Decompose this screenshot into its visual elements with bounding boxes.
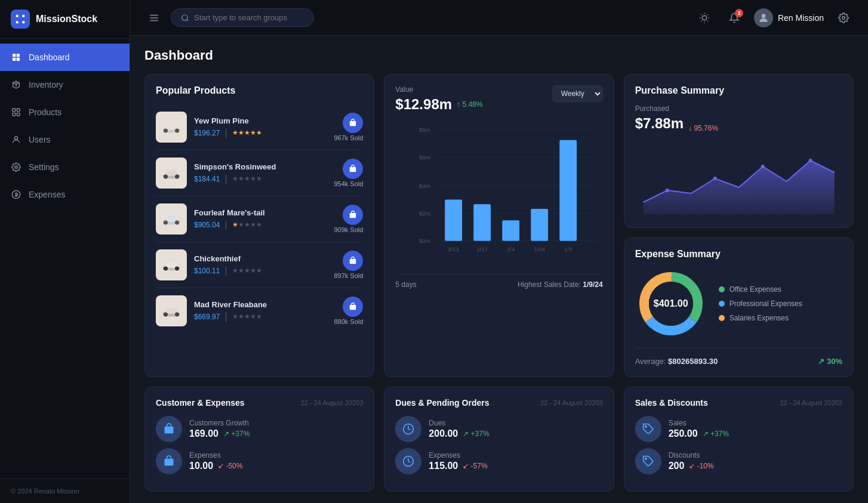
dues-card-header: Dues & Pending Orders 22 - 24 August 202… <box>395 398 602 408</box>
popular-products-title: Popular Products <box>156 85 363 96</box>
sidebar-label-expenses: Expenses <box>29 190 65 199</box>
sidebar-item-products[interactable]: Products <box>0 98 130 126</box>
svg-point-71 <box>665 189 669 192</box>
dues-expenses-icon <box>395 448 421 474</box>
product-price: $905.04 <box>194 221 220 229</box>
svg-rect-5 <box>17 54 20 57</box>
main-area: 3 Ren Mission Dashboard Popular Products <box>130 0 868 503</box>
svg-rect-61 <box>445 200 463 241</box>
product-thumb <box>156 295 187 326</box>
sales-trend: ↑ 5.48% <box>457 100 482 109</box>
product-info: Chickenthief $100.11 | ★★★★★ <box>194 254 327 276</box>
customer-card-date: 22 - 24 August 20203 <box>301 399 364 406</box>
product-item[interactable]: Mad River Fleabane $669.97 | ★★★★★ <box>156 288 363 334</box>
product-item[interactable]: Fourleaf Mare's-tail $905.04 | ★★★★★ <box>156 196 363 242</box>
sold-info: 897k Sold <box>334 251 363 279</box>
discounts-value: 200 <box>669 461 685 471</box>
chart-days: 5 days <box>395 280 416 289</box>
donut-section: $401.00 Office Expenses Professional Exp… <box>635 268 842 340</box>
product-price: $196.27 <box>194 129 220 137</box>
search-icon <box>181 14 189 22</box>
user-menu[interactable]: Ren Mission <box>754 8 824 27</box>
expenses-trend: ↙ -50% <box>218 462 242 470</box>
donut-value: $401.00 <box>654 298 688 309</box>
search-bar[interactable] <box>171 8 314 27</box>
theme-button[interactable] <box>694 8 715 28</box>
sidebar-item-users[interactable]: Users <box>0 126 130 153</box>
svg-point-2 <box>16 21 19 24</box>
svg-rect-67 <box>531 209 549 241</box>
svg-point-36 <box>164 174 168 178</box>
svg-point-18 <box>182 14 187 20</box>
purchase-trend: ↓ 95.76% <box>688 124 718 132</box>
sidebar-label-settings: Settings <box>29 162 59 172</box>
sidebar-item-settings[interactable]: Settings <box>0 153 130 181</box>
average-value: $80265893.30 <box>668 357 718 366</box>
product-item[interactable]: Yew Plum Pine $196.27 | ★★★★★ 967k <box>156 104 363 150</box>
dues-card-title: Dues & Pending Orders <box>395 398 489 408</box>
svg-line-24 <box>707 20 708 21</box>
customers-info: Customers Growth 169.00 ↗ +37% <box>189 419 363 439</box>
svg-text:3/13: 3/13 <box>448 246 460 252</box>
sidebar-item-inventory[interactable]: Inventory <box>0 71 130 98</box>
office-dot <box>719 286 725 292</box>
sidebar-item-expenses[interactable]: Expenses <box>0 181 130 208</box>
user-icon <box>11 134 21 145</box>
discounts-values: 200 ↙ -10% <box>669 461 842 471</box>
sold-count: 909k Sold <box>334 226 363 233</box>
svg-rect-42 <box>350 213 356 218</box>
sidebar: MissionStock Dashboard Inventory Product… <box>0 0 130 503</box>
svg-rect-65 <box>503 220 520 241</box>
svg-text:1/24: 1/24 <box>534 246 546 252</box>
product-item[interactable]: Chickenthief $100.11 | ★★★★★ 897k S <box>156 242 363 288</box>
legend-salaries: Salaries Expenses <box>719 314 802 322</box>
product-name: Mad River Fleabane <box>194 300 327 309</box>
product-thumb <box>156 158 187 189</box>
svg-line-28 <box>707 14 708 15</box>
svg-point-30 <box>842 16 845 19</box>
discounts-info: Discounts 200 ↙ -10% <box>669 451 842 471</box>
settings-button[interactable] <box>833 8 854 28</box>
product-name: Chickenthief <box>194 254 327 263</box>
product-name: Simpson's Rosinweed <box>194 162 327 171</box>
svg-rect-8 <box>13 109 16 112</box>
nav: Dashboard Inventory Products Users Setti… <box>0 39 130 479</box>
period-select[interactable]: Weekly Monthly Yearly <box>552 85 603 102</box>
product-price: $669.97 <box>194 313 220 321</box>
svg-point-13 <box>15 166 17 168</box>
sales-values: 250.00 ↗ +37% <box>669 428 842 439</box>
svg-point-74 <box>808 159 812 162</box>
product-item[interactable]: Simpson's Rosinweed $184.41 | ★★★★★ <box>156 150 363 196</box>
sidebar-item-dashboard[interactable]: Dashboard <box>0 44 130 71</box>
notification-button[interactable]: 3 <box>724 8 744 28</box>
product-info: Fourleaf Mare's-tail $905.04 | ★★★★★ <box>194 208 327 230</box>
customers-label: Customers Growth <box>189 419 363 427</box>
svg-point-20 <box>702 16 707 20</box>
stars: ★★★★★ <box>232 175 262 183</box>
user-name: Ren Mission <box>778 13 824 23</box>
expense-summary-title: Expense Summary <box>635 249 842 260</box>
legend-professional: Professional Expenses <box>719 300 802 308</box>
customers-trend: ↗ +37% <box>223 430 250 438</box>
sales-card-header: Sales & Discounts 22 - 24 August 20203 <box>635 398 842 408</box>
purchase-chart-svg <box>635 149 842 214</box>
svg-point-44 <box>164 266 168 270</box>
search-input[interactable] <box>194 13 301 22</box>
app-name: MissionStock <box>36 14 97 24</box>
logo[interactable]: MissionStock <box>0 0 130 39</box>
svg-rect-34 <box>350 121 356 126</box>
svg-line-23 <box>701 14 701 15</box>
sales-metric: Sales 250.00 ↗ +37% <box>635 416 842 442</box>
notification-badge: 3 <box>735 9 743 17</box>
discounts-label: Discounts <box>669 451 842 459</box>
svg-text:$8m: $8m <box>419 126 430 133</box>
menu-button[interactable] <box>144 8 164 27</box>
sold-badge <box>343 251 363 271</box>
dues-expenses-values: 115.00 ↙ -57% <box>429 461 602 471</box>
product-name: Fourleaf Mare's-tail <box>194 208 327 217</box>
sold-info: 909k Sold <box>334 205 363 233</box>
svg-text:2/17: 2/17 <box>477 246 488 252</box>
svg-point-0 <box>16 15 19 18</box>
svg-rect-4 <box>13 54 16 57</box>
svg-point-37 <box>175 174 179 178</box>
